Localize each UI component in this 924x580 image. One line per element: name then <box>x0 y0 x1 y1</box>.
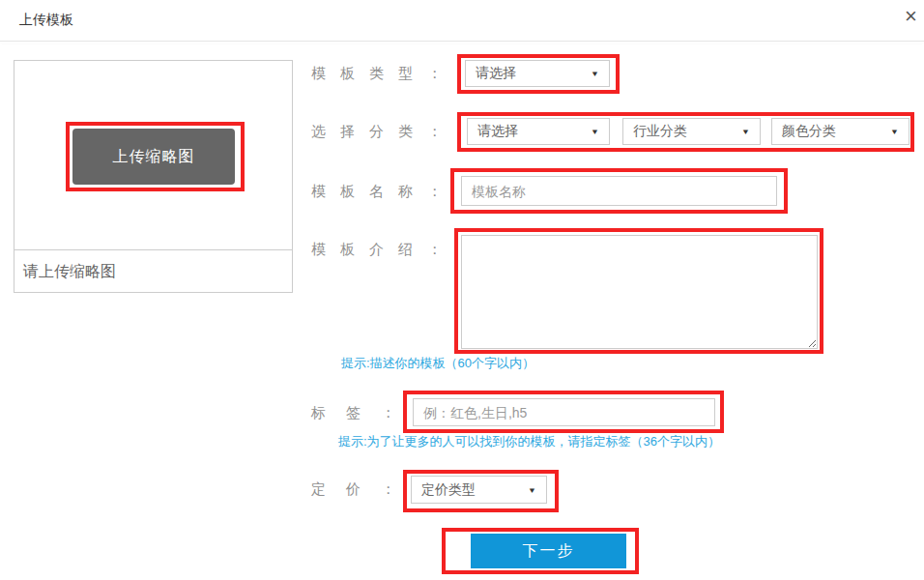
pricing-type-select[interactable]: 定价类型 ▼ <box>411 476 547 504</box>
pricing-label: 定价： <box>311 480 416 499</box>
chevron-down-icon: ▼ <box>591 70 599 78</box>
category-label: 选择分类： <box>311 123 456 141</box>
category-select-1[interactable]: 请选择 ▼ <box>467 118 610 145</box>
template-intro-label: 模板介绍： <box>311 241 456 259</box>
template-intro-hint: 提示:描述你的模板（60个字以内） <box>341 355 534 372</box>
tags-hint: 提示:为了让更多的人可以找到你的模板，请指定标签（36个字以内） <box>338 433 720 450</box>
category-select-color[interactable]: 颜色分类 ▼ <box>771 118 910 145</box>
template-type-select-value: 请选择 <box>476 65 516 82</box>
template-name-label: 模板名称： <box>311 183 456 201</box>
pricing-type-select-value: 定价类型 <box>421 481 476 499</box>
next-step-button[interactable]: 下一步 <box>471 534 626 568</box>
category-select-color-value: 颜色分类 <box>782 123 836 140</box>
tags-input[interactable] <box>413 398 715 426</box>
category-select-industry-value: 行业分类 <box>633 123 687 140</box>
template-name-input[interactable] <box>461 176 777 206</box>
tags-label: 标签： <box>311 404 416 422</box>
category-select-1-value: 请选择 <box>477 123 518 140</box>
chevron-down-icon: ▼ <box>591 128 599 136</box>
close-icon[interactable]: × <box>905 6 917 27</box>
template-type-label: 模板类型： <box>311 65 456 83</box>
template-type-select[interactable]: 请选择 ▼ <box>465 60 610 87</box>
upload-thumbnail-button[interactable]: 上传缩略图 <box>72 129 235 185</box>
chevron-down-icon: ▼ <box>528 485 536 494</box>
chevron-down-icon: ▼ <box>890 128 899 136</box>
thumbnail-caption: 请上传缩略图 <box>23 262 116 282</box>
chevron-down-icon: ▼ <box>741 128 750 136</box>
template-intro-textarea[interactable] <box>461 235 818 349</box>
category-select-industry[interactable]: 行业分类 ▼ <box>622 118 761 145</box>
dialog-title: 上传模板 <box>19 12 73 29</box>
header-divider <box>0 41 924 42</box>
